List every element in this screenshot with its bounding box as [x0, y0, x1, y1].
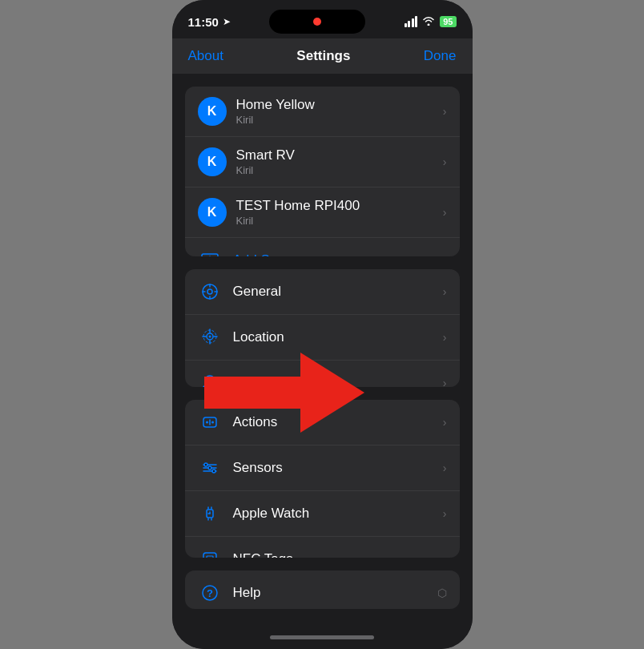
home-indicator — [172, 625, 473, 649]
home-bar — [270, 635, 374, 639]
svg-point-26 — [208, 466, 211, 470]
general-icon — [198, 280, 222, 304]
location-row[interactable]: Location › — [185, 315, 460, 361]
nfc-tags-row[interactable]: NFC Tags › — [185, 537, 460, 557]
chevron-right-icon: › — [443, 155, 447, 168]
svg-text:?: ? — [207, 587, 213, 599]
add-server-label: Add Server — [233, 252, 437, 256]
page-title: Settings — [296, 48, 350, 64]
notifications-icon — [198, 371, 222, 387]
apple-watch-icon — [198, 502, 222, 526]
chevron-right-icon: › — [443, 254, 447, 256]
apple-watch-row[interactable]: Apple Watch › — [185, 491, 460, 537]
chevron-right-icon: › — [443, 206, 447, 219]
add-server-button[interactable]: Add Server › — [185, 238, 460, 256]
actions-label: Actions — [233, 414, 437, 430]
nfc-tags-label: NFC Tags — [233, 551, 437, 557]
features-group: Actions › — [185, 400, 460, 557]
svg-point-20 — [211, 421, 214, 424]
battery-icon: 95 — [440, 16, 456, 27]
nfc-tags-icon — [198, 547, 222, 557]
status-time: 11:50 — [188, 15, 219, 29]
location-icon — [198, 325, 222, 349]
server-subtitle: Kiril — [236, 114, 437, 126]
add-server-icon — [198, 248, 222, 256]
server-title: Home Yellow — [236, 97, 437, 113]
status-icons: 95 — [405, 15, 457, 28]
server-title: Smart RV — [236, 147, 437, 163]
svg-point-11 — [208, 336, 211, 338]
avatar: K — [198, 147, 227, 176]
actions-row[interactable]: Actions › — [185, 400, 460, 445]
avatar: K — [198, 198, 227, 227]
location-label: Location — [233, 329, 437, 345]
svg-point-27 — [212, 470, 215, 473]
svg-rect-35 — [203, 553, 216, 557]
svg-point-19 — [206, 421, 208, 424]
svg-point-25 — [204, 463, 207, 466]
general-row[interactable]: General › — [185, 269, 460, 315]
dynamic-island — [269, 10, 365, 34]
signal-bars-icon — [405, 16, 418, 27]
chevron-right-icon: › — [443, 105, 447, 118]
chevron-right-icon: › — [443, 416, 447, 429]
svg-point-5 — [207, 289, 212, 294]
server-title: TEST Home RPI400 — [236, 198, 437, 214]
location-arrow-icon: ➤ — [223, 16, 231, 27]
chevron-right-icon: › — [443, 553, 447, 557]
chevron-right-icon: › — [443, 331, 447, 344]
actions-icon — [198, 410, 222, 434]
sensors-row[interactable]: Sensors › — [185, 445, 460, 491]
server-subtitle: Kiril — [236, 164, 437, 176]
notifications-label: Notifications — [233, 375, 437, 387]
servers-group: K Home Yellow Kiril › K Smart RV Kiril › — [185, 87, 460, 256]
sensors-label: Sensors — [233, 460, 437, 476]
chevron-right-icon: › — [443, 507, 447, 520]
chevron-right-icon: › — [443, 462, 447, 474]
list-item[interactable]: K Home Yellow Kiril › — [185, 87, 460, 137]
list-item[interactable]: K Smart RV Kiril › — [185, 137, 460, 187]
notifications-row[interactable]: Notifications › — [185, 361, 460, 387]
wifi-icon — [422, 15, 435, 28]
general-label: General — [233, 284, 437, 300]
help-group: ? Help ⬡ — [185, 570, 460, 609]
svg-rect-36 — [207, 556, 213, 557]
help-row[interactable]: ? Help ⬡ — [185, 570, 460, 609]
phone-frame: 11:50 ➤ — [172, 0, 473, 649]
about-button[interactable]: About — [188, 48, 223, 64]
sensors-icon — [198, 456, 222, 480]
content-area: K Home Yellow Kiril › K Smart RV Kiril › — [172, 74, 473, 625]
help-icon: ? — [198, 581, 222, 605]
server-subtitle: Kiril — [236, 215, 437, 227]
chevron-right-icon: › — [443, 285, 447, 298]
done-button[interactable]: Done — [424, 48, 457, 64]
apple-watch-label: Apple Watch — [233, 506, 437, 522]
nav-header: About Settings Done — [172, 38, 473, 74]
help-label: Help — [233, 585, 437, 601]
recording-dot — [313, 18, 321, 26]
general-group: General › — [185, 269, 460, 387]
chevron-right-icon: › — [443, 377, 447, 387]
status-bar: 11:50 ➤ — [172, 0, 473, 38]
list-item[interactable]: K TEST Home RPI400 Kiril › — [185, 187, 460, 238]
avatar: K — [198, 97, 227, 126]
external-link-icon: ⬡ — [437, 587, 447, 599]
